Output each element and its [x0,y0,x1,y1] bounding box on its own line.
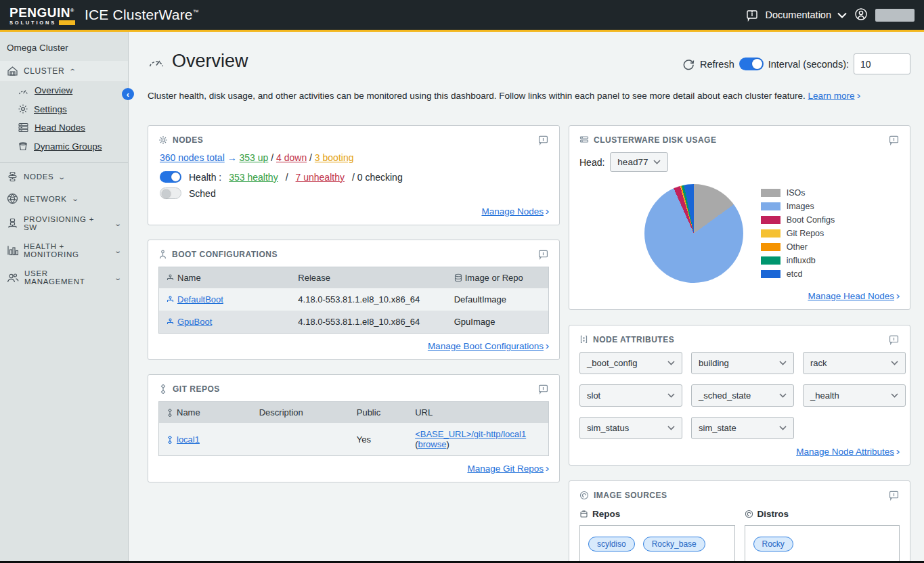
sidebar-item-label[interactable]: Dynamic Groups [34,141,102,152]
refresh-icon[interactable] [682,58,695,71]
database-icon [454,273,462,282]
panel-doc-icon[interactable] [888,334,900,345]
chevron-right-icon: › [856,89,860,101]
panel-doc-icon[interactable] [888,134,900,145]
attribute-dropdown[interactable]: sim_state [691,417,794,439]
globe-icon [7,193,18,204]
nodes-down-link[interactable]: 4 down [276,152,307,163]
learn-more-link[interactable]: Learn more [808,91,855,101]
legend-item: influxdb [761,256,835,265]
git-repo-link[interactable]: local1 [177,434,200,445]
legend-swatch [761,202,780,210]
chevron-down-icon [653,160,661,164]
manage-node-attributes-link[interactable]: Manage Node Attributes [796,447,894,457]
main-content: Overview Refresh Interval (seconds): Clu… [129,32,924,561]
sidebar-section-label: USER MANAGEMENT [24,269,110,286]
refresh-toggle[interactable] [739,58,764,70]
manage-boot-configurations-link[interactable]: Manage Boot Configurations [428,341,544,351]
product-title: ICE ClusterWare™ [85,7,199,23]
git-branch-icon [166,436,174,444]
repos-label: Repos [592,509,620,519]
panel-doc-icon[interactable] [537,248,549,260]
pie-chart [644,184,743,283]
sidebar-item-dynamic-groups[interactable]: Dynamic Groups [0,137,128,156]
sidebar-item-overview[interactable]: Overview [0,81,128,99]
panel-doc-icon[interactable] [888,489,900,501]
sidebar-item-head-nodes[interactable]: Head Nodes [0,118,128,137]
repo-pill[interactable]: scyldiso [588,537,635,551]
attribute-dropdown[interactable]: _sched_state [691,384,794,407]
repo-pill[interactable]: Rocky_base [643,537,705,551]
penguin-solutions-logo[interactable]: PENGUIN® SOLUTIONS [9,4,75,25]
nodes-up-link[interactable]: 353 up [240,152,269,163]
chevron-down-icon[interactable] [837,12,847,18]
distro-pill[interactable]: Rocky [753,537,793,551]
sidebar-section-label: NODES [24,173,53,181]
disk-usage-chart: ISOsImagesBoot ConfigsGit ReposOtherinfl… [579,184,900,283]
healthy-link[interactable]: 353 healthy [229,172,278,183]
manage-nodes-link[interactable]: Manage Nodes [481,206,544,217]
boot-config-link[interactable]: DefaultBoot [177,294,223,305]
boot-configurations-panel: BOOT CONFIGURATIONS Name Release Image o… [148,240,560,360]
manage-head-nodes-link[interactable]: Manage Head Nodes [808,291,894,301]
attribute-dropdown[interactable]: _boot_config [579,352,682,374]
unhealthy-link[interactable]: 7 unhealthy [296,172,345,183]
attribute-dropdown[interactable]: rack [803,352,906,374]
chevron-right-icon: › [896,445,900,457]
user-account-icon[interactable] [853,7,869,23]
repo-url-link[interactable]: <BASE_URL>/git-http/local1 [415,429,526,439]
sidebar-section-provisioning[interactable]: PROVISIONING + SW ⌄ [0,210,128,237]
nodes-booting-link[interactable]: 3 booting [315,152,354,163]
sched-toggle[interactable] [160,187,181,199]
sidebar-item-label[interactable]: Overview [35,85,72,95]
tree-icon [166,318,175,326]
interval-input[interactable] [854,53,910,74]
chevron-right-icon: › [546,462,550,474]
sidebar-item-settings[interactable]: Settings [0,99,128,118]
browse-link[interactable]: browse [418,439,446,449]
panel-title: IMAGE SOURCES [594,491,667,500]
boot-config-link[interactable]: GpuBoot [177,317,212,327]
sidebar-section-nodes[interactable]: NODES ⌄ [0,166,128,187]
attribute-dropdown[interactable]: building [691,352,794,374]
sidebar-section-user-management[interactable]: USER MANAGEMENT ⌄ [0,264,128,291]
sidebar-section-label: PROVISIONING + SW [24,215,110,231]
health-toggle[interactable] [160,171,181,183]
sidebar-section-cluster[interactable]: CLUSTER ⌃ [0,61,128,81]
bucket-icon [18,141,28,152]
attribute-dropdown[interactable]: sim_status [579,417,682,439]
chevron-right-icon: › [546,340,550,351]
app-header: PENGUIN® SOLUTIONS ICE ClusterWare™ Docu… [0,0,924,30]
release-cell: 4.18.0-553.81.1.el8_10.x86_64 [291,311,447,334]
attribute-dropdown[interactable]: slot [579,384,682,407]
cluster-name: Omega Cluster [0,32,128,61]
manage-git-repos-link[interactable]: Manage Git Repos [467,464,544,474]
legend-item: etcd [761,269,835,279]
head-node-select[interactable]: head77 [610,152,668,172]
documentation-link[interactable]: Documentation [765,9,831,20]
sidebar-item-label[interactable]: Head Nodes [35,122,85,133]
sidebar-section-health[interactable]: HEALTH + MONITORING ⌄ [0,237,128,264]
gear-icon [18,104,28,114]
panel-doc-icon[interactable] [537,383,549,395]
arrow-right-icon: → [227,152,237,163]
nodes-total-link[interactable]: 360 nodes total [160,152,225,163]
panel-doc-icon[interactable] [537,134,549,145]
sidebar-collapse-button[interactable]: ‹ [122,88,134,100]
git-repos-panel: GIT REPOS Name Description Public URL [148,374,560,482]
nodes-icon [7,171,18,182]
repos-box: scyldiso Rocky_base [579,525,735,561]
sidebar-section-network[interactable]: NETWORK ⌄ [0,187,128,210]
chevron-down-icon: ⌄ [58,173,67,181]
legend-item: ISOs [761,188,835,198]
sidebar: ‹ Omega Cluster CLUSTER ⌃ Overview Setti… [0,32,129,561]
attribute-dropdown[interactable]: _health [803,384,906,407]
page-description: Cluster health, disk usage, and other ac… [148,89,910,101]
legend-swatch [761,229,780,238]
sidebar-item-label[interactable]: Settings [34,104,67,114]
column-header-release: Release [291,267,447,289]
panel-title: CLUSTERWARE DISK USAGE [594,135,716,145]
git-repos-table: Name Description Public URL local1 Yes [158,401,549,456]
legend-item: Git Repos [761,229,835,238]
column-header-url: URL [408,402,548,424]
